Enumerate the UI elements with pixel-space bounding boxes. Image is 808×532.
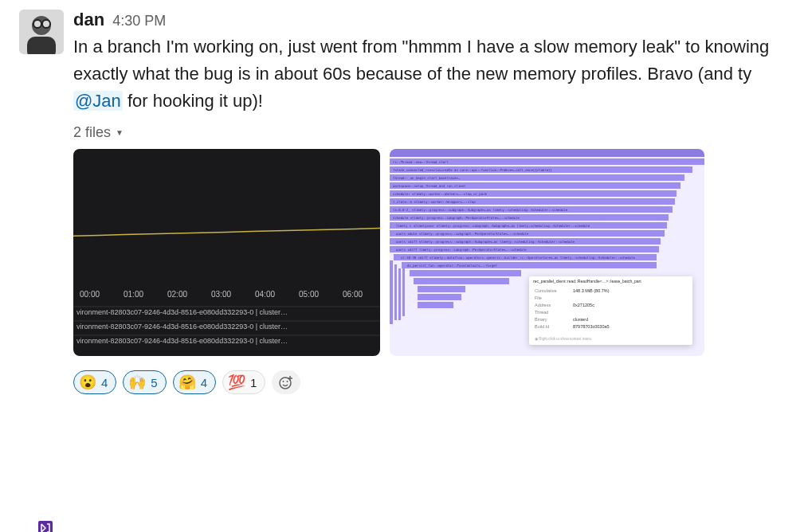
reaction-count: 1 — [250, 376, 257, 389]
svg-text:workspace::setup_thread_and_ru: workspace::setup_thread_and_run_client — [393, 184, 466, 188]
svg-text:Build Id: Build Id — [535, 324, 549, 329]
svg-text:05:00: 05:00 — [299, 290, 319, 299]
flamegraph-thumbnail: rs::Thread::new::thread_start f<task_con… — [390, 149, 704, 356]
svg-text:01:00: 01:00 — [124, 290, 143, 299]
svg-rect-59 — [529, 276, 692, 345]
attachment-chart[interactable]: 00:0001:0002:0003:0004:0005:0006:00 viro… — [73, 149, 380, 356]
reaction[interactable]: 🙌5 — [123, 370, 166, 394]
svg-text:thread::_on_begin_start_backtr: thread::_on_begin_start_backtrace<… — [393, 176, 461, 180]
svg-rect-42 — [394, 264, 397, 320]
attachment-flamegraph[interactable]: rs::Thread::new::thread_start f<task_con… — [390, 149, 704, 356]
svg-text:schedule   <timely::progress::: schedule <timely::progress::subgraph::Pe… — [393, 216, 520, 220]
svg-text:87978703c0030a5: 87978703c0030a5 — [573, 324, 610, 329]
svg-text:0x271205c: 0x271205c — [573, 303, 594, 307]
svg-rect-21 — [390, 149, 704, 157]
svg-text:Thread: Thread — [535, 310, 548, 315]
svg-text:clusterd: clusterd — [573, 317, 588, 322]
files-toggle[interactable]: 2 files ▼ — [73, 124, 124, 141]
svg-rect-38 — [418, 286, 465, 292]
svg-text:Address: Address — [535, 303, 551, 307]
attachments: 00:0001:0002:0003:0004:0005:0006:00 viro… — [73, 149, 789, 356]
files-label-text: 2 files — [73, 124, 111, 141]
svg-text:148.3 MiB (80.7%): 148.3 MiB (80.7%) — [573, 288, 610, 293]
message-body: In a branch I'm working on, just went fr… — [73, 33, 789, 115]
svg-rect-41 — [390, 260, 393, 324]
body-pre: In a branch I'm working on, just went fr… — [73, 37, 769, 84]
svg-text:f<task_connected_rs><closure#2: f<task_connected_rs><closure#2> as core:… — [393, 168, 552, 172]
reaction[interactable]: 💯1 — [222, 370, 265, 394]
svg-text:timely s <timely>ser <timely::: timely s <timely>ser <timely::progress::… — [396, 224, 590, 228]
reaction-count: 4 — [101, 376, 108, 389]
svg-point-4 — [42, 20, 50, 28]
svg-text:uonls   cdiff      <timely::pr: uonls cdiff <timely::progress::subgraph:… — [396, 240, 575, 244]
slack-message: dan 4:30 PM In a branch I'm working on, … — [19, 10, 789, 394]
timestamp[interactable]: 4:30 PM — [112, 13, 166, 29]
svg-rect-37 — [414, 278, 509, 284]
svg-text:◉ Right-click to show context : ◉ Right-click to show context menu — [535, 337, 592, 341]
reaction[interactable]: 😮4 — [73, 370, 116, 394]
svg-text:Cumulative: Cumulative — [535, 288, 557, 293]
reaction-emoji: 🙌 — [128, 374, 146, 391]
add-reaction-button[interactable] — [272, 370, 300, 394]
svg-text:02:00: 02:00 — [167, 290, 187, 299]
svg-text:03:00: 03:00 — [211, 290, 231, 299]
reaction-count: 4 — [201, 376, 207, 389]
svg-text:vironment-82803c07-9246-4d3d-8: vironment-82803c07-9246-4d3d-8516-e080dd… — [76, 323, 288, 331]
svg-text:sl-38-38  cdiff      <timely::: sl-38-38 cdiff <timely::dataflow::operat… — [401, 256, 635, 260]
svg-rect-44 — [402, 268, 405, 316]
reaction-count: 5 — [151, 376, 157, 389]
svg-rect-40 — [418, 302, 453, 308]
svg-text:06:00: 06:00 — [343, 290, 363, 299]
avatar-image — [19, 10, 64, 54]
svg-text:uonls   cdiff      timely::pro: uonls cdiff timely::progress::subgraph::… — [396, 248, 527, 252]
username[interactable]: dan — [73, 10, 104, 30]
chevron-down-icon: ▼ — [116, 128, 124, 137]
svg-point-72 — [280, 377, 291, 389]
svg-rect-43 — [398, 268, 401, 320]
avatar[interactable] — [19, 10, 64, 54]
svg-text:04:00: 04:00 — [255, 290, 275, 299]
message-content: dan 4:30 PM In a branch I'm working on, … — [73, 10, 789, 394]
svg-point-73 — [283, 381, 284, 382]
reaction-emoji: 💯 — [228, 374, 245, 391]
svg-text:vironment-82803c07-9246-4d3d-8: vironment-82803c07-9246-4d3d-8516-e080dd… — [76, 308, 288, 316]
add-reaction-icon — [278, 374, 294, 390]
svg-text:File: File — [535, 295, 542, 300]
svg-text:Binary: Binary — [535, 317, 547, 322]
svg-text:rec_parallel_client::read::Rea: rec_parallel_client::read::ReadHandle<…>… — [533, 279, 641, 284]
svg-point-74 — [287, 381, 288, 382]
svg-text:ls:0,0-2_  <timely::progress::: ls:0,0-2_ <timely::progress::subgraph::S… — [393, 208, 568, 212]
svg-text:uonls   edule  <timely::progre: uonls edule <timely::progress::subgraph:… — [396, 232, 529, 236]
avatar-wrap — [19, 10, 64, 394]
svg-rect-2 — [27, 37, 56, 54]
svg-text:dc_persist_txn::operator::Txns: dc_persist_txn::operator::TxnsContext<…:… — [407, 264, 498, 268]
svg-text:t_state::k <timely::worker::Wr: t_state::k <timely::worker::Wrapper<…::s… — [393, 200, 476, 204]
message-header: dan 4:30 PM — [73, 10, 789, 30]
chart-thumbnail: 00:0001:0002:0003:0004:0005:0006:00 viro… — [73, 149, 380, 356]
mention[interactable]: @Jan — [73, 91, 123, 111]
svg-text:00:00: 00:00 — [80, 290, 100, 299]
svg-point-3 — [33, 20, 41, 28]
svg-text:rs::Thread::new::thread_start: rs::Thread::new::thread_start — [393, 160, 449, 164]
svg-rect-39 — [418, 294, 461, 300]
svg-text:scheduler  <timely::worker::Wo: scheduler <timely::worker::Worker<…::ste… — [393, 192, 488, 196]
reactions-bar: 😮4🙌5🤗4💯1 — [73, 370, 789, 394]
reaction-emoji: 😮 — [79, 374, 96, 391]
reaction[interactable]: 🤗4 — [173, 370, 216, 394]
body-post: for hooking it up)! — [123, 91, 263, 111]
svg-text:vironment-82803c07-9246-4d3d-8: vironment-82803c07-9246-4d3d-8516-e080dd… — [76, 337, 288, 345]
reaction-emoji: 🤗 — [178, 374, 196, 391]
svg-rect-36 — [410, 270, 521, 276]
